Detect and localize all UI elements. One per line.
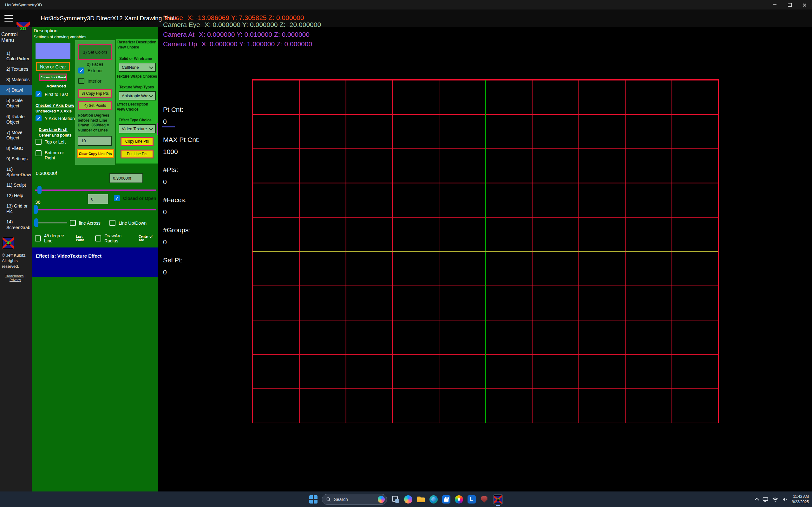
clock[interactable]: 11:42 AM 9/23/2025 (792, 494, 809, 504)
bottom-or-right-checkbox[interactable] (36, 150, 42, 156)
exterior-checkbox[interactable] (78, 67, 84, 73)
copyright-text: © Jeff Kubitz. All rights reserved. (0, 252, 31, 269)
advanced-link[interactable]: Advanced (46, 83, 66, 89)
slider2-track[interactable] (35, 209, 156, 210)
clear-copy-line-pts-button[interactable]: Clear Copy Line Pts (77, 149, 114, 158)
volume-icon[interactable] (782, 497, 788, 502)
monitor-icon[interactable] (763, 497, 768, 502)
set-colors-button[interactable]: 1) Set Colors (78, 44, 112, 60)
sidebar-item[interactable]: 6) Rotate Object (0, 112, 32, 127)
stat-block: Sel Pt: 0 (163, 257, 200, 276)
y-axis-rotation-checkbox[interactable] (36, 115, 42, 121)
color-swatch[interactable] (36, 43, 70, 59)
linqpad-icon[interactable]: L (467, 495, 476, 504)
effect-banner: Effect is: VideoTexture Effect (32, 247, 158, 277)
edge-browser-icon[interactable] (429, 495, 438, 504)
grid-canvas[interactable] (252, 79, 719, 424)
faces-points-panel: 1) Set Colors 2) Faces Exterior Interior… (75, 40, 115, 165)
sidebar-item[interactable]: 3) Materials (0, 74, 32, 85)
sidebar-item[interactable]: 4) Draw! (0, 85, 32, 95)
maximize-button[interactable] (782, 0, 797, 9)
drawarc-radius-checkbox[interactable] (95, 235, 101, 241)
sidebar-item[interactable]: 14) ScreenGrab (0, 217, 32, 233)
interior-checkbox[interactable] (78, 78, 84, 84)
rotation-degrees-link[interactable]: Rotation Degrees before next Line Drawn.… (78, 113, 113, 133)
task-view-icon[interactable] (392, 495, 400, 504)
solid-or-wireframe-label: Solid or Wireframe (119, 56, 152, 61)
minimize-button[interactable] (767, 0, 782, 9)
stat-block: #Faces: 0 (163, 196, 200, 216)
close-button[interactable] (797, 0, 812, 9)
stat-label: Sel Pt: (163, 257, 200, 264)
stat-value: 1000 (163, 148, 200, 156)
file-explorer-icon[interactable] (417, 495, 425, 504)
stat-label: Pt Cnt: (163, 106, 200, 113)
first-to-last-checkbox[interactable] (36, 91, 42, 97)
cursor-lock-reset-button[interactable]: Cursor Lock Reset (39, 73, 67, 81)
bottom-or-right-row: Bottom or Right (36, 150, 71, 160)
copy-line-pts-button[interactable]: Copy Line Pts (120, 137, 154, 146)
sidebar-item[interactable]: 1) ColorPicker (0, 48, 32, 64)
put-line-pts-button[interactable]: Put Line Pts (120, 150, 154, 158)
slider3-thumb[interactable] (34, 218, 38, 227)
center-end-points-link[interactable]: Center End points (39, 132, 71, 138)
hamburger-menu-icon[interactable] (4, 15, 13, 21)
sidebar-item[interactable]: 12) Help (0, 190, 32, 201)
search-input[interactable]: Search (322, 494, 387, 505)
new-or-clear-button[interactable]: New or Clear (36, 62, 70, 71)
photos-icon[interactable] (455, 495, 463, 504)
top-or-left-row: Top or Left (36, 139, 66, 145)
effect-type-dropdown[interactable]: Video Texture (119, 124, 156, 133)
copy-flip-pts-button[interactable]: 3) Copy Flip Pts (78, 89, 112, 98)
sidebar-item[interactable]: 7) Move Object (0, 127, 32, 143)
footer-links: Trademarks | Privacy (0, 274, 31, 282)
cull-mode-dropdown[interactable]: CullNone (119, 63, 156, 72)
slider3-track[interactable] (36, 222, 67, 223)
sidebar-item[interactable]: 2) Textures (0, 64, 32, 74)
tray-overflow-chevron-icon[interactable] (755, 498, 759, 502)
slider1-thumb[interactable] (38, 186, 42, 194)
start-button-icon[interactable] (309, 495, 317, 504)
sidebar-item[interactable]: 5) Scale Object (0, 95, 32, 111)
sidebar-item[interactable]: 8) FileIO (0, 143, 32, 154)
set-points-button[interactable]: 4) Set Points (78, 101, 112, 110)
line-across-checkbox[interactable] (70, 220, 76, 226)
slider1-value-box[interactable]: 0.300000f (109, 173, 143, 183)
mouse-readout: MouseX: -13.986069 Y: 7.305825 Z: 0.0000… (163, 14, 304, 21)
chevron-down-icon (149, 126, 153, 130)
copilot-icon[interactable] (404, 495, 412, 504)
draw-line-first-link[interactable]: Draw Line First! (39, 127, 71, 132)
effect-banner-text: Effect is: VideoTexture Effect (36, 253, 101, 259)
wifi-icon[interactable] (772, 497, 778, 502)
search-highlight-icon[interactable] (378, 496, 385, 503)
defender-shield-icon[interactable] (480, 495, 489, 504)
deg45-line-checkbox[interactable] (35, 235, 41, 241)
sidebar-item[interactable]: 9) Settings (0, 154, 32, 164)
slider2-thumb[interactable] (34, 205, 38, 214)
closed-or-open-label: Closed or Open (123, 196, 156, 201)
hot3dx-app-taskbar-button[interactable]: 3D (493, 494, 503, 504)
grid-center-horizontal (252, 251, 718, 252)
deg45-row: 45 degree Line Last Point DrawArc Radius… (35, 233, 158, 243)
sidebar-item[interactable]: 13) Grid or Pic (0, 201, 32, 217)
stat-value: 0 (163, 238, 200, 246)
closed-or-open-checkbox[interactable] (114, 195, 120, 201)
store-icon[interactable] (442, 495, 450, 504)
lines-count-input[interactable]: 10 (78, 136, 112, 146)
stat-label: #Groups: (163, 226, 200, 234)
privacy-link[interactable]: Privacy (9, 278, 21, 282)
points-input[interactable]: 0 (88, 193, 108, 205)
faces-link[interactable]: 2) Faces (75, 62, 115, 66)
line-up-down-checkbox[interactable] (109, 220, 115, 226)
sidebar-item[interactable]: 10) SphereDraw (0, 164, 32, 180)
description-subtitle: Settings of drawing variables (34, 35, 86, 39)
texture-wrap-dropdown[interactable]: Anistropic Wra (119, 91, 156, 101)
slider1-track[interactable] (35, 189, 156, 191)
exterior-row: Exterior (78, 67, 103, 73)
unchecked-x-axis-link[interactable]: Unchecked = X Axis (36, 108, 74, 114)
slider2-label: 36 (35, 199, 41, 205)
checked-y-axis-link[interactable]: Checked Y Axis Draw (36, 103, 74, 108)
sidebar-item[interactable]: 11) Sculpt (0, 180, 32, 190)
top-or-left-checkbox[interactable] (36, 139, 42, 145)
trademarks-link[interactable]: Trademarks (5, 274, 23, 278)
